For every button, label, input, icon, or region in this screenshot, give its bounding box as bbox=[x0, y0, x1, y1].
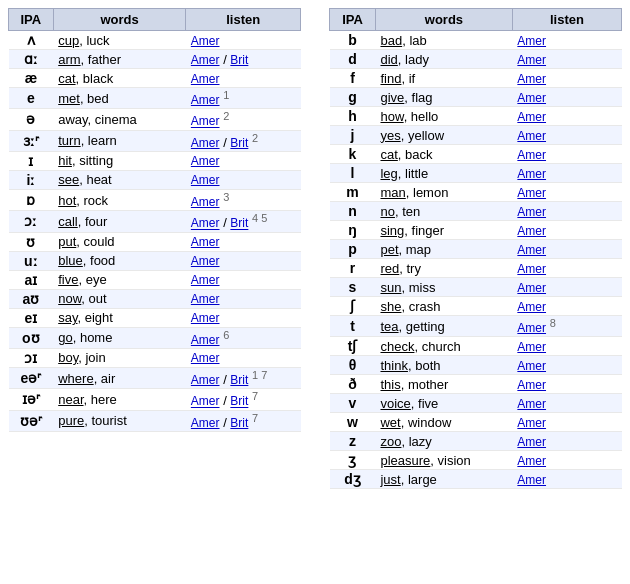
amer-link[interactable]: Amer bbox=[517, 473, 546, 487]
consonants-table: IPA words listen b bad, lab Amer d did, … bbox=[329, 8, 622, 489]
amer-link[interactable]: Amer bbox=[191, 373, 220, 387]
words-cell: away, cinema bbox=[53, 109, 186, 130]
listen-cell: Amer bbox=[512, 297, 621, 316]
words-cell: cat, black bbox=[53, 69, 186, 88]
table-row: ʃ she, crash Amer bbox=[330, 297, 622, 316]
table-row: b bad, lab Amer bbox=[330, 31, 622, 50]
amer-link[interactable]: Amer bbox=[517, 262, 546, 276]
words-cell: blue, food bbox=[53, 251, 186, 270]
amer-link[interactable]: Amer bbox=[191, 195, 220, 209]
amer-link[interactable]: Amer bbox=[191, 115, 220, 129]
words-cell: pleasure, vision bbox=[375, 451, 512, 470]
words-cell: did, lady bbox=[375, 50, 512, 69]
amer-link[interactable]: Amer bbox=[517, 53, 546, 67]
amer-link[interactable]: Amer bbox=[517, 378, 546, 392]
vowels-words-header: words bbox=[53, 9, 186, 31]
amer-link[interactable]: Amer bbox=[191, 254, 220, 268]
table-row: ɪ hit, sitting Amer bbox=[9, 151, 301, 170]
listen-cell: Amer bbox=[186, 69, 301, 88]
words-cell: tea, getting bbox=[375, 316, 512, 337]
brit-link[interactable]: Brit bbox=[230, 373, 248, 387]
amer-link[interactable]: Amer bbox=[191, 311, 220, 325]
listen-cell: Amer 6 bbox=[186, 327, 301, 348]
listen-cell: Amer bbox=[186, 170, 301, 189]
amer-link[interactable]: Amer bbox=[517, 91, 546, 105]
amer-link[interactable]: Amer bbox=[191, 273, 220, 287]
words-cell: go, home bbox=[53, 327, 186, 348]
amer-link[interactable]: Amer bbox=[517, 34, 546, 48]
listen-cell: Amer bbox=[186, 151, 301, 170]
words-cell: call, four bbox=[53, 211, 186, 232]
table-row: ə away, cinema Amer 2 bbox=[9, 109, 301, 130]
table-row: aʊ now, out Amer bbox=[9, 289, 301, 308]
listen-cell: Amer bbox=[512, 259, 621, 278]
amer-link[interactable]: Amer bbox=[191, 53, 220, 67]
table-row: oʊ go, home Amer 6 bbox=[9, 327, 301, 348]
amer-link[interactable]: Amer bbox=[517, 148, 546, 162]
amer-link[interactable]: Amer bbox=[191, 351, 220, 365]
listen-cell: Amer bbox=[512, 183, 621, 202]
ipa-cell: f bbox=[330, 69, 376, 88]
amer-link[interactable]: Amer bbox=[517, 72, 546, 86]
amer-link[interactable]: Amer bbox=[191, 34, 220, 48]
amer-link[interactable]: Amer bbox=[517, 224, 546, 238]
ipa-cell: s bbox=[330, 278, 376, 297]
amer-link[interactable]: Amer bbox=[517, 129, 546, 143]
amer-link[interactable]: Amer bbox=[191, 154, 220, 168]
ipa-cell: eɪ bbox=[9, 308, 54, 327]
amer-link[interactable]: Amer bbox=[517, 340, 546, 354]
note: 1 bbox=[223, 89, 229, 101]
consonants-ipa-header: IPA bbox=[330, 9, 376, 31]
amer-link[interactable]: Amer bbox=[191, 395, 220, 409]
amer-link[interactable]: Amer bbox=[517, 110, 546, 124]
ipa-cell: uː bbox=[9, 251, 54, 270]
ipa-cell: t bbox=[330, 316, 376, 337]
amer-link[interactable]: Amer bbox=[517, 281, 546, 295]
listen-cell: Amer bbox=[512, 413, 621, 432]
ipa-cell: b bbox=[330, 31, 376, 50]
listen-cell: Amer bbox=[186, 308, 301, 327]
amer-link[interactable]: Amer bbox=[517, 454, 546, 468]
amer-link[interactable]: Amer bbox=[191, 292, 220, 306]
brit-link[interactable]: Brit bbox=[230, 395, 248, 409]
brit-link[interactable]: Brit bbox=[230, 416, 248, 430]
amer-link[interactable]: Amer bbox=[517, 416, 546, 430]
ipa-cell: eəʳ bbox=[9, 367, 54, 388]
listen-cell: Amer / Brit 2 bbox=[186, 130, 301, 151]
amer-link[interactable]: Amer bbox=[191, 217, 220, 231]
amer-link[interactable]: Amer bbox=[517, 300, 546, 314]
table-row: ð this, mother Amer bbox=[330, 375, 622, 394]
amer-link[interactable]: Amer bbox=[191, 235, 220, 249]
ipa-cell: h bbox=[330, 107, 376, 126]
brit-link[interactable]: Brit bbox=[230, 136, 248, 150]
brit-link[interactable]: Brit bbox=[230, 53, 248, 67]
amer-link[interactable]: Amer bbox=[517, 186, 546, 200]
consonants-words-header: words bbox=[375, 9, 512, 31]
words-cell: say, eight bbox=[53, 308, 186, 327]
ipa-cell: ɪəʳ bbox=[9, 389, 54, 410]
vowels-listen-header: listen bbox=[186, 9, 301, 31]
ipa-cell: l bbox=[330, 164, 376, 183]
ipa-cell: d bbox=[330, 50, 376, 69]
amer-link[interactable]: Amer bbox=[517, 167, 546, 181]
amer-link[interactable]: Amer bbox=[191, 416, 220, 430]
table-row: k cat, back Amer bbox=[330, 145, 622, 164]
amer-link[interactable]: Amer bbox=[517, 435, 546, 449]
amer-link[interactable]: Amer bbox=[191, 136, 220, 150]
amer-link[interactable]: Amer bbox=[191, 333, 220, 347]
amer-link[interactable]: Amer bbox=[191, 173, 220, 187]
amer-link[interactable]: Amer bbox=[517, 397, 546, 411]
amer-link[interactable]: Amer bbox=[517, 205, 546, 219]
amer-link[interactable]: Amer bbox=[517, 359, 546, 373]
words-cell: think, both bbox=[375, 356, 512, 375]
listen-cell: Amer 2 bbox=[186, 109, 301, 130]
amer-link[interactable]: Amer bbox=[191, 72, 220, 86]
amer-link[interactable]: Amer bbox=[517, 321, 546, 335]
ipa-cell: ɔː bbox=[9, 211, 54, 232]
ipa-cell: ɪ bbox=[9, 151, 54, 170]
ipa-cell: j bbox=[330, 126, 376, 145]
amer-link[interactable]: Amer bbox=[517, 243, 546, 257]
amer-link[interactable]: Amer bbox=[191, 93, 220, 107]
brit-link[interactable]: Brit bbox=[230, 217, 248, 231]
ipa-cell: dʒ bbox=[330, 470, 376, 489]
